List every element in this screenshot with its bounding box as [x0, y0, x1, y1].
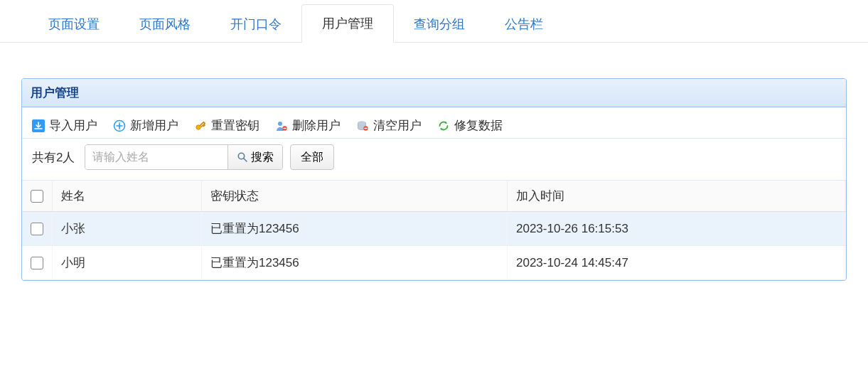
filter-bar: 共有2人 搜索 全部 [22, 139, 846, 181]
key-icon [194, 119, 207, 132]
import-users-button[interactable]: 导入用户 [32, 117, 97, 134]
cell-name: 小张 [53, 212, 202, 246]
repair-data-label: 修复数据 [454, 117, 503, 134]
reset-key-label: 重置密钥 [211, 117, 259, 134]
clear-users-button[interactable]: 清空用户 [356, 117, 422, 134]
import-icon [32, 119, 45, 132]
import-users-label: 导入用户 [49, 117, 97, 134]
cell-name: 小明 [53, 246, 202, 280]
magnifier-icon [237, 151, 248, 163]
add-user-label: 新增用户 [130, 117, 178, 134]
plus-circle-icon [113, 119, 126, 132]
row-checkbox[interactable] [31, 223, 43, 235]
search-button[interactable]: 搜索 [227, 145, 282, 169]
search-button-label: 搜索 [251, 150, 274, 165]
row-checkbox[interactable] [31, 257, 43, 269]
tab-page-style[interactable]: 页面风格 [119, 6, 210, 43]
search-group: 搜索 [85, 144, 283, 170]
cell-join-time: 2023-10-24 14:45:47 [508, 246, 846, 280]
delete-user-label: 删除用户 [292, 117, 341, 134]
reset-key-button[interactable]: 重置密钥 [194, 117, 259, 134]
users-table: 姓名 密钥状态 加入时间 小张 已重置为123456 2023-10-26 16… [22, 181, 846, 280]
top-nav: 页面设置 页面风格 开门口令 用户管理 查询分组 公告栏 [0, 0, 868, 43]
select-all-header [22, 181, 53, 212]
table-header-row: 姓名 密钥状态 加入时间 [22, 181, 846, 212]
delete-user-button[interactable]: 删除用户 [275, 117, 341, 134]
cell-key-status: 已重置为123456 [202, 212, 508, 246]
tab-page-settings[interactable]: 页面设置 [28, 6, 119, 43]
tab-bulletin[interactable]: 公告栏 [485, 6, 563, 43]
user-count-text: 共有2人 [32, 149, 75, 166]
search-input[interactable] [85, 145, 227, 169]
tab-query-group[interactable]: 查询分组 [394, 6, 485, 43]
table-row[interactable]: 小张 已重置为123456 2023-10-26 16:15:53 [22, 212, 846, 246]
user-management-panel: 用户管理 导入用户 新增用户 重置密钥 删除用户 [21, 78, 847, 281]
table-row[interactable]: 小明 已重置为123456 2023-10-24 14:45:47 [22, 246, 846, 280]
column-header-name[interactable]: 姓名 [53, 181, 202, 212]
tab-user-management[interactable]: 用户管理 [301, 4, 394, 43]
repair-data-button[interactable]: 修复数据 [437, 117, 503, 134]
database-clear-icon [356, 119, 369, 132]
add-user-button[interactable]: 新增用户 [113, 117, 178, 134]
column-header-key-status[interactable]: 密钥状态 [202, 181, 508, 212]
svg-point-3 [278, 122, 282, 126]
select-all-checkbox[interactable] [31, 190, 43, 203]
tab-open-password[interactable]: 开门口令 [210, 6, 301, 43]
user-delete-icon [275, 119, 288, 132]
panel-title: 用户管理 [22, 79, 846, 107]
refresh-icon [437, 119, 450, 132]
cell-join-time: 2023-10-26 16:15:53 [508, 212, 846, 246]
show-all-button[interactable]: 全部 [290, 144, 334, 170]
column-header-join-time[interactable]: 加入时间 [508, 181, 846, 212]
toolbar: 导入用户 新增用户 重置密钥 删除用户 清空用户 [22, 107, 846, 139]
clear-users-label: 清空用户 [373, 117, 422, 134]
cell-key-status: 已重置为123456 [202, 246, 508, 280]
